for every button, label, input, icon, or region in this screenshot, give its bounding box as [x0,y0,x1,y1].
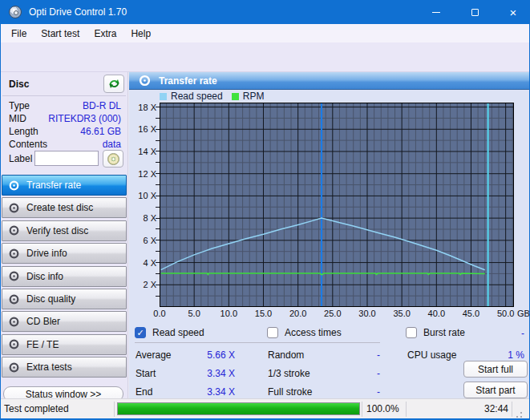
minimize-icon [432,12,440,13]
burst-rate-section-header: Burst rate [406,327,465,338]
x-tick-label: 25.0 [317,309,349,318]
x-tick-label: 0.0 [144,309,176,318]
cd-icon [107,153,119,165]
disc-icon [9,317,19,327]
sidebar-item-transfer-rate[interactable]: Transfer rate [2,175,127,196]
y-tick-label: 18 X [127,103,156,112]
disc-icon [9,248,19,259]
transfer-rate-plot [160,103,514,307]
chart-panel-title: Transfer rate [159,75,217,87]
maximize-button[interactable] [459,0,491,24]
menu-start-test[interactable]: Start test [34,26,87,42]
sidebar-item-cd-bler[interactable]: CD Bler [2,311,127,332]
end-value: 3.34 X [195,386,235,398]
sidebar-item-disc-info[interactable]: Disc info [2,266,127,287]
disc-icon [9,271,19,281]
x-tick-label: 5.0 [178,309,210,318]
y-tick-label: 8 X [127,213,156,223]
y-tick-label: 14 X [127,147,156,156]
sidebar-item-create-test-disc[interactable]: Create test disc [2,197,127,218]
y-tick-label: 6 X [127,236,156,245]
disc-icon [9,362,19,373]
menu-help[interactable]: Help [123,26,158,42]
app-window: Opti Drive Control 1.70 × File Start tes… [0,0,530,420]
sidebar: Disc Type BD-R DL MID RITEKDR3 (000) Len… [1,72,127,398]
start-part-button[interactable]: Start part [463,382,528,398]
refresh-icon [108,78,120,90]
contents-data-link[interactable]: data [103,139,121,150]
sidebar-item-fe-te[interactable]: FE / TE [2,334,127,355]
start-label: Start [136,368,156,379]
full-stroke-value: - [348,386,380,398]
transfer-rate-icon [139,75,151,87]
divider [2,95,126,96]
toolbar: Drive (J:) PIONEER BD-RW BDR-208M 1.50 S… [1,42,529,72]
start-full-button[interactable]: Start full [463,361,528,378]
sidebar-item-disc-quality[interactable]: Disc quality [2,289,127,309]
average-value: 5.66 X [195,349,235,361]
menu-file[interactable]: File [4,26,34,42]
titlebar: Opti Drive Control 1.70 × [0,0,530,24]
app-disc-icon [9,6,22,18]
close-icon: × [510,6,517,18]
progress-percent: 100.0% [366,403,399,414]
y-tick-label: 2 X [127,280,156,289]
burst-rate-value: - [492,328,524,339]
x-axis-unit: GB [516,309,530,318]
resize-grip-icon[interactable] [520,412,522,414]
sidebar-item-extra-tests[interactable]: Extra tests [2,357,127,378]
start-value: 3.34 X [195,368,235,379]
menu-extra[interactable]: Extra [87,26,123,42]
disc-field-length: Length 46.61 GB [1,125,127,138]
access-times-checkbox[interactable] [267,327,278,338]
random-value: - [348,349,380,361]
access-times-section-header: Access times [267,327,342,338]
label-field-caption: Label [9,153,32,164]
cpu-usage-label: CPU usage [407,349,456,361]
x-tick-label: 45.0 [455,309,487,318]
one-third-stroke-label: 1/3 stroke [268,368,310,379]
divider [114,402,115,417]
read-speed-swatch [160,93,167,100]
one-third-stroke-value: - [348,368,380,379]
disc-icon [9,180,19,191]
x-tick-label: 40.0 [420,309,452,318]
chart-panel-header: Transfer rate [129,72,529,90]
disc-icon [9,203,19,213]
minimize-button[interactable] [420,0,452,24]
window-title: Opti Drive Control 1.70 [29,6,127,18]
average-label: Average [136,349,171,361]
progress-bar [117,402,360,415]
divider [512,402,512,417]
x-axis-labels: 0.05.010.015.020.025.030.035.040.045.050… [160,309,528,320]
statusbar: Test completed 100.0% 32:44 [1,398,529,418]
maximize-icon [471,9,479,16]
random-label: Random [268,349,304,361]
close-button[interactable]: × [497,0,529,24]
status-message: Test completed [4,403,69,414]
x-tick-label: 15.0 [247,309,279,318]
cpu-usage-value: 1 % [492,349,524,361]
disc-label-input[interactable] [34,151,99,166]
refresh-disc-button[interactable] [103,75,124,93]
disc-label-button[interactable] [103,150,123,168]
y-axis-labels: 2 X4 X6 X8 X10 X12 X14 X16 X18 X [127,103,156,307]
read-speed-checkbox[interactable]: ✓ [135,327,146,338]
disc-icon [9,339,19,349]
sidebar-item-drive-info[interactable]: Drive info [2,243,127,264]
menubar: File Start test Extra Help [1,24,529,42]
divider [267,342,380,343]
x-tick-label: 20.0 [282,309,314,318]
end-label: End [136,386,152,398]
disc-field-type: Type BD-R DL [1,99,127,112]
x-tick-label: 10.0 [212,309,245,318]
burst-rate-checkbox[interactable] [406,327,417,338]
legend-rpm: RPM [243,91,265,102]
disc-field-mid: MID RITEKDR3 (000) [1,112,127,125]
y-tick-label: 16 X [127,124,156,134]
disc-icon [9,294,19,305]
y-tick-label: 4 X [127,258,156,268]
full-stroke-label: Full stroke [268,386,312,398]
y-tick-label: 12 X [127,169,156,179]
sidebar-item-verify-test-disc[interactable]: Verify test disc [2,220,127,241]
